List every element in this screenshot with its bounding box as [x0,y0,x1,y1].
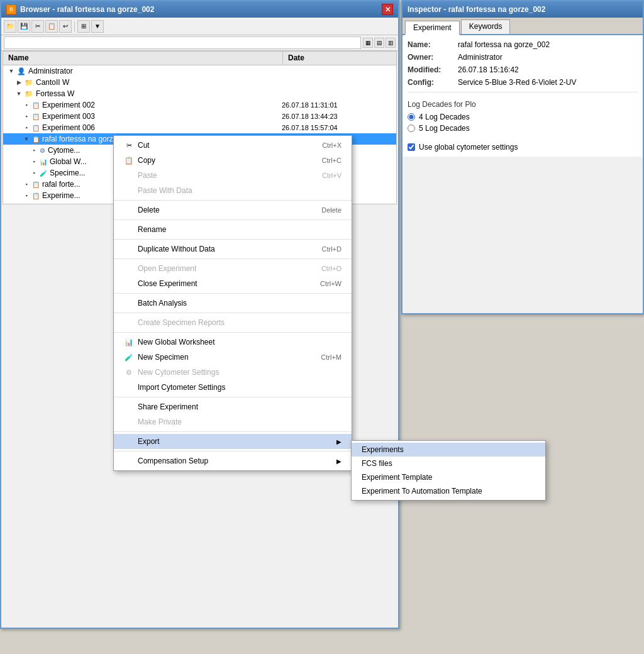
separator-8 [114,397,352,397]
separator-3 [114,239,352,240]
ctx-share-experiment[interactable]: Share Experiment [114,399,352,414]
ctx-compensation-setup[interactable]: Compensation Setup ▶ [114,453,352,468]
radio-4-log-row: 4 Log Decades [408,113,638,121]
expand-cytome[interactable]: ▪ [31,147,37,153]
ctx-paste-label: Paste [138,171,157,180]
tree-row-administrator[interactable]: ▼ 👤 Administrator [3,65,396,77]
search-view-btn-2[interactable]: ▤ [374,38,384,48]
submenu-fcs-files[interactable]: FCS files [352,457,545,470]
ctx-duplicate-label: Duplicate Without Data [138,245,215,253]
submenu-experiment-to-automation[interactable]: Experiment To Automation Template [352,484,545,498]
expand-exp003[interactable]: ▪ [23,113,30,119]
compensation-submenu-arrow: ▶ [336,458,341,465]
delete-icon [124,205,134,215]
ctx-batch-analysis[interactable]: Batch Analysis [114,296,352,311]
expand-rafal[interactable]: ▼ [23,136,30,142]
label-administrator: Administrator [28,67,73,75]
ctx-make-private-label: Make Private [138,418,182,426]
global-settings-checkbox[interactable] [408,143,415,151]
submenu-automation-label: Experiment To Automation Template [362,487,482,496]
radio-4-log[interactable] [408,113,415,121]
ctx-import-cytometer-settings[interactable]: Import Cytometer Settings [114,380,352,395]
tree-row-cantoii[interactable]: ▶ 📁 CantoII W [3,77,396,88]
inspector-row-modified: Modified: 26.07.18 15:16:42 [408,65,638,74]
toolbar-cut-btn[interactable]: ✂ [31,20,44,33]
browser-app-icon: B [6,4,16,14]
submenu-experiment-template[interactable]: Experiment Template [352,470,545,484]
ctx-copy-shortcut: Ctrl+C [322,157,341,164]
copy-icon: 📋 [124,155,134,165]
search-view-btn-3[interactable]: ▥ [386,38,396,48]
expand-fortessa[interactable]: ▼ [16,91,22,97]
icon-rafal: 📋 [32,136,40,143]
toolbar-undo-btn[interactable]: ↩ [59,20,72,33]
toolbar-paste-btn[interactable]: 📋 [45,20,58,33]
expand-exp006[interactable]: ▪ [23,125,30,131]
ctx-close-exp-label: Close Experiment [138,279,197,288]
ctx-create-specimen-reports: Create Specimen Reports [114,315,352,330]
expand-exp002[interactable]: ▪ [23,102,30,108]
inspector-tabs: Experiment Keywords [402,18,643,35]
tree-header: Name Date [3,52,396,65]
label-exp003: Experiment 003 [42,112,95,121]
separator-9 [114,431,352,432]
toolbar-folder-btn[interactable]: 📁 [4,20,16,33]
ctx-new-specimen[interactable]: 🧪 New Specimen Ctrl+M [114,350,352,365]
submenu-experiments[interactable]: Experiments [352,443,545,457]
ctx-delete[interactable]: Delete Delete [114,202,352,218]
browser-toolbar: 📁 💾 ✂ 📋 ↩ ⊞ ▼ [1,18,398,35]
label-exp006: Experiment 006 [42,123,95,132]
inspector-label-name: Name: [408,40,458,49]
icon-exp002: 📋 [32,102,40,109]
browser-close-button[interactable]: ✕ [382,4,393,15]
ctx-paste-data-label: Paste With Data [138,186,192,195]
tab-experiment[interactable]: Experiment [405,21,460,35]
ctx-export[interactable]: Export ▶ [114,434,352,449]
inspector-row-owner: Owner: Administrator [408,53,638,62]
compensation-icon [124,456,134,466]
label-exp-other: Experime... [42,191,80,200]
radio-5-log-row: 5 Log Decades [408,124,638,133]
ctx-new-cytometer-settings: ⚙ New Cytometer Settings [114,365,352,380]
expand-specimen[interactable]: ▪ [31,170,37,176]
radio-5-log[interactable] [408,125,415,132]
ctx-new-worksheet-label: New Global Worksheet [138,338,215,346]
duplicate-icon [124,244,134,254]
toolbar-dropdown-btn[interactable]: ▼ [91,20,104,33]
ctx-cut[interactable]: ✂ Cut Ctrl+X [114,138,352,153]
expand-global[interactable]: ▪ [31,158,37,165]
inspector-content: Name: rafal fortessa na gorze_002 Owner:… [402,35,643,157]
label-specimen: Specime... [50,169,86,177]
tree-row-exp003[interactable]: ▪ 📋 Experiment 003 26.07.18 13:44:23 [3,111,396,122]
icon-specimen: 🧪 [40,170,47,177]
tree-row-exp006[interactable]: ▪ 📋 Experiment 006 26.07.18 15:57:04 [3,122,396,133]
ctx-close-experiment[interactable]: Close Experiment Ctrl+W [114,276,352,291]
expand-administrator[interactable]: ▼ [8,68,14,74]
separator-1 [114,200,352,201]
paste-icon [124,170,134,180]
inspector-title-text: Inspector - rafal fortessa na gorze_002 [408,5,545,14]
icon-rafal2: 📋 [32,181,40,188]
ctx-new-specimen-label: New Specimen [138,353,189,362]
separator-5 [114,293,352,294]
tab-keywords[interactable]: Keywords [461,19,511,34]
search-view-btn-1[interactable]: ▦ [363,38,373,48]
expand-exp-other[interactable]: ▪ [23,192,30,199]
tree-row-fortessa[interactable]: ▼ 📁 Fortessa W [3,88,396,99]
label-cantoii: CantoII W [36,78,69,87]
tree-row-exp002[interactable]: ▪ 📋 Experiment 002 26.07.18 11:31:01 [3,99,396,111]
toolbar-save-btn[interactable]: 💾 [18,20,30,33]
toolbar-tree-btn[interactable]: ⊞ [77,20,90,33]
ctx-rename-label: Rename [138,225,166,234]
expand-cantoii[interactable]: ▶ [16,79,22,86]
search-input[interactable] [4,39,360,47]
ctx-duplicate[interactable]: Duplicate Without Data Ctrl+D [114,241,352,257]
batch-icon [124,298,134,308]
label-exp002: Experiment 002 [42,101,95,109]
specimen-reports-icon [124,318,134,328]
tree-col-date: Date [283,52,396,65]
ctx-rename[interactable]: Rename [114,222,352,237]
ctx-new-global-worksheet[interactable]: 📊 New Global Worksheet [114,335,352,350]
ctx-copy[interactable]: 📋 Copy Ctrl+C [114,153,352,168]
expand-rafal2[interactable]: ▪ [23,181,30,187]
